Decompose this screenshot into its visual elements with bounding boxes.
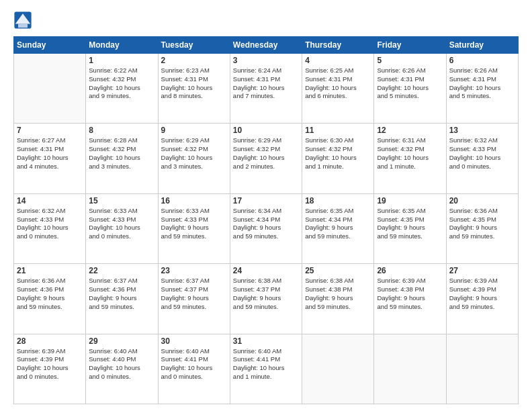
day-cell: 7Sunrise: 6:27 AMSunset: 4:31 PMDaylight…	[14, 124, 86, 193]
day-info: Sunrise: 6:40 AMSunset: 4:41 PMDaylight:…	[233, 347, 299, 381]
day-info: Sunrise: 6:30 AMSunset: 4:32 PMDaylight:…	[305, 136, 371, 171]
day-number: 29	[89, 336, 154, 346]
day-number: 23	[161, 266, 227, 275]
day-cell: 16Sunrise: 6:33 AMSunset: 4:33 PMDayligh…	[158, 193, 230, 263]
day-cell: 25Sunrise: 6:38 AMSunset: 4:38 PMDayligh…	[302, 264, 374, 334]
day-info: Sunrise: 6:40 AMSunset: 4:40 PMDaylight:…	[89, 347, 154, 381]
day-info: Sunrise: 6:37 AMSunset: 4:36 PMDaylight:…	[89, 277, 154, 311]
calendar-header: SundayMondayTuesdayWednesdayThursdayFrid…	[14, 37, 519, 54]
day-cell: 18Sunrise: 6:35 AMSunset: 4:34 PMDayligh…	[302, 193, 374, 263]
day-cell	[14, 54, 86, 124]
day-number: 9	[161, 126, 227, 135]
day-number: 19	[377, 196, 443, 205]
page: SundayMondayTuesdayWednesdayThursdayFrid…	[0, 0, 532, 411]
day-info: Sunrise: 6:32 AMSunset: 4:33 PMDaylight:…	[17, 207, 83, 241]
day-cell	[302, 334, 374, 404]
day-cell: 14Sunrise: 6:32 AMSunset: 4:33 PMDayligh…	[14, 193, 86, 263]
header	[13, 11, 519, 30]
day-number: 27	[449, 266, 515, 275]
day-cell: 28Sunrise: 6:39 AMSunset: 4:39 PMDayligh…	[14, 334, 86, 404]
day-cell	[374, 334, 446, 404]
day-info: Sunrise: 6:40 AMSunset: 4:41 PMDaylight:…	[161, 347, 227, 381]
day-cell: 20Sunrise: 6:36 AMSunset: 4:35 PMDayligh…	[446, 193, 518, 263]
day-number: 2	[161, 56, 227, 65]
day-cell: 15Sunrise: 6:33 AMSunset: 4:33 PMDayligh…	[86, 193, 158, 263]
day-number: 11	[305, 126, 371, 135]
day-cell: 2Sunrise: 6:23 AMSunset: 4:31 PMDaylight…	[158, 54, 230, 124]
day-info: Sunrise: 6:32 AMSunset: 4:33 PMDaylight:…	[449, 136, 515, 171]
day-cell: 23Sunrise: 6:37 AMSunset: 4:37 PMDayligh…	[158, 264, 230, 334]
day-info: Sunrise: 6:23 AMSunset: 4:31 PMDaylight:…	[161, 66, 227, 101]
day-info: Sunrise: 6:36 AMSunset: 4:36 PMDaylight:…	[17, 277, 83, 311]
day-info: Sunrise: 6:26 AMSunset: 4:31 PMDaylight:…	[449, 66, 515, 101]
day-cell: 29Sunrise: 6:40 AMSunset: 4:40 PMDayligh…	[86, 334, 158, 404]
day-number: 4	[305, 56, 371, 65]
day-number: 12	[377, 126, 443, 135]
day-number: 13	[449, 126, 515, 135]
day-cell: 27Sunrise: 6:39 AMSunset: 4:39 PMDayligh…	[446, 264, 518, 334]
day-info: Sunrise: 6:31 AMSunset: 4:32 PMDaylight:…	[377, 136, 443, 171]
day-cell: 12Sunrise: 6:31 AMSunset: 4:32 PMDayligh…	[374, 124, 446, 193]
day-cell: 6Sunrise: 6:26 AMSunset: 4:31 PMDaylight…	[446, 54, 518, 124]
day-cell: 4Sunrise: 6:25 AMSunset: 4:31 PMDaylight…	[302, 54, 374, 124]
day-info: Sunrise: 6:26 AMSunset: 4:31 PMDaylight:…	[377, 66, 443, 101]
day-info: Sunrise: 6:34 AMSunset: 4:34 PMDaylight:…	[233, 207, 299, 241]
day-info: Sunrise: 6:36 AMSunset: 4:35 PMDaylight:…	[449, 207, 515, 241]
day-info: Sunrise: 6:29 AMSunset: 4:32 PMDaylight:…	[233, 136, 299, 171]
week-row-4: 21Sunrise: 6:36 AMSunset: 4:36 PMDayligh…	[14, 264, 519, 334]
week-row-1: 1Sunrise: 6:22 AMSunset: 4:32 PMDaylight…	[14, 54, 519, 124]
day-number: 24	[233, 266, 299, 275]
day-number: 3	[233, 56, 299, 65]
day-cell: 9Sunrise: 6:29 AMSunset: 4:32 PMDaylight…	[158, 124, 230, 193]
day-number: 21	[17, 266, 83, 275]
day-number: 16	[161, 196, 227, 205]
day-number: 26	[377, 266, 443, 275]
day-info: Sunrise: 6:33 AMSunset: 4:33 PMDaylight:…	[161, 207, 227, 241]
header-row: SundayMondayTuesdayWednesdayThursdayFrid…	[14, 37, 519, 54]
day-cell: 19Sunrise: 6:35 AMSunset: 4:35 PMDayligh…	[374, 193, 446, 263]
calendar-body: 1Sunrise: 6:22 AMSunset: 4:32 PMDaylight…	[14, 54, 519, 404]
header-cell-tuesday: Tuesday	[158, 37, 230, 54]
day-info: Sunrise: 6:28 AMSunset: 4:32 PMDaylight:…	[89, 136, 154, 171]
day-number: 18	[305, 196, 371, 205]
day-info: Sunrise: 6:24 AMSunset: 4:31 PMDaylight:…	[233, 66, 299, 101]
day-number: 17	[233, 196, 299, 205]
header-cell-friday: Friday	[374, 37, 446, 54]
day-number: 30	[161, 336, 227, 346]
day-cell: 13Sunrise: 6:32 AMSunset: 4:33 PMDayligh…	[446, 124, 518, 193]
day-info: Sunrise: 6:27 AMSunset: 4:31 PMDaylight:…	[17, 136, 83, 171]
day-cell: 21Sunrise: 6:36 AMSunset: 4:36 PMDayligh…	[14, 264, 86, 334]
svg-rect-2	[18, 24, 28, 28]
day-info: Sunrise: 6:39 AMSunset: 4:38 PMDaylight:…	[377, 277, 443, 311]
day-number: 1	[89, 56, 154, 65]
day-number: 5	[377, 56, 443, 65]
day-cell: 30Sunrise: 6:40 AMSunset: 4:41 PMDayligh…	[158, 334, 230, 404]
logo-icon	[13, 11, 32, 30]
calendar-table: SundayMondayTuesdayWednesdayThursdayFrid…	[13, 36, 519, 404]
day-number: 22	[89, 266, 154, 275]
day-info: Sunrise: 6:37 AMSunset: 4:37 PMDaylight:…	[161, 277, 227, 311]
day-number: 10	[233, 126, 299, 135]
day-info: Sunrise: 6:25 AMSunset: 4:31 PMDaylight:…	[305, 66, 371, 101]
day-number: 6	[449, 56, 515, 65]
day-info: Sunrise: 6:38 AMSunset: 4:38 PMDaylight:…	[305, 277, 371, 311]
day-info: Sunrise: 6:39 AMSunset: 4:39 PMDaylight:…	[17, 347, 83, 381]
day-info: Sunrise: 6:29 AMSunset: 4:32 PMDaylight:…	[161, 136, 227, 171]
header-cell-monday: Monday	[86, 37, 158, 54]
day-number: 15	[89, 196, 154, 205]
day-cell: 31Sunrise: 6:40 AMSunset: 4:41 PMDayligh…	[230, 334, 302, 404]
day-info: Sunrise: 6:38 AMSunset: 4:37 PMDaylight:…	[233, 277, 299, 311]
day-cell: 8Sunrise: 6:28 AMSunset: 4:32 PMDaylight…	[86, 124, 158, 193]
day-cell: 1Sunrise: 6:22 AMSunset: 4:32 PMDaylight…	[86, 54, 158, 124]
header-cell-thursday: Thursday	[302, 37, 374, 54]
day-info: Sunrise: 6:35 AMSunset: 4:34 PMDaylight:…	[305, 207, 371, 241]
day-cell: 22Sunrise: 6:37 AMSunset: 4:36 PMDayligh…	[86, 264, 158, 334]
day-info: Sunrise: 6:39 AMSunset: 4:39 PMDaylight:…	[449, 277, 515, 311]
header-cell-sunday: Sunday	[14, 37, 86, 54]
day-cell: 5Sunrise: 6:26 AMSunset: 4:31 PMDaylight…	[374, 54, 446, 124]
header-cell-wednesday: Wednesday	[230, 37, 302, 54]
day-number: 14	[17, 196, 83, 205]
day-number: 20	[449, 196, 515, 205]
day-info: Sunrise: 6:22 AMSunset: 4:32 PMDaylight:…	[89, 66, 154, 101]
day-info: Sunrise: 6:35 AMSunset: 4:35 PMDaylight:…	[377, 207, 443, 241]
